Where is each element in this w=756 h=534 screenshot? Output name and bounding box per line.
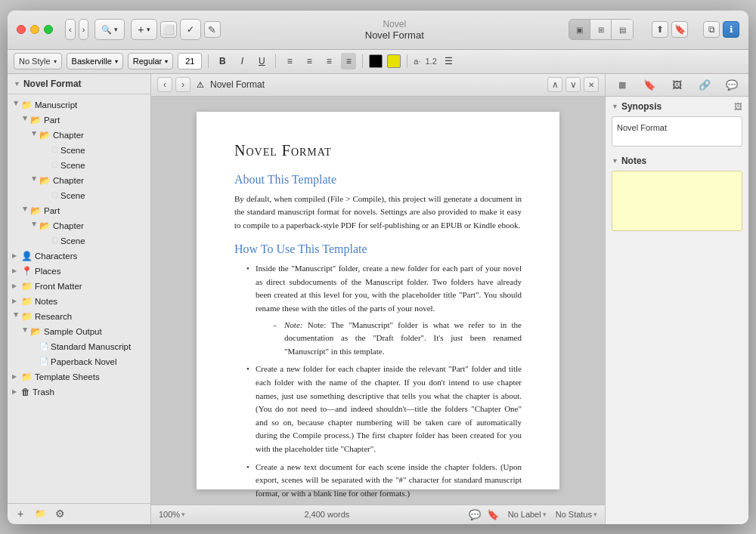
sidebar-item-research[interactable]: ▶ 📁 Research [8,309,150,324]
share-button[interactable]: ⬆ [652,21,668,38]
history-section: 🔍 ▾ [94,19,125,40]
chat-icon[interactable]: 💬 [469,509,481,520]
list-button[interactable]: ☰ [442,53,457,69]
synopsis-header: ▼ Synopsis 🖼 [612,101,742,112]
word-count: 2,400 words [185,510,469,519]
synopsis-box[interactable]: Novel Format [612,116,742,147]
sidebar-item-part2[interactable]: ▶ 📂 Part [8,203,150,218]
sidebar-item-paperbacknovel[interactable]: 📄 Paperback Novel [8,354,150,369]
sidebar-item-frontmatter[interactable]: ▶ 📁 Front Matter [8,279,150,294]
inspector-bookmark-button[interactable]: 🔖 [640,76,658,94]
inspector-list-button[interactable]: ▦ [613,76,631,94]
search-up-button[interactable]: ∧ [547,77,562,92]
sidebar-item-chapter2[interactable]: ▶ 📂 Chapter [8,173,150,188]
add-button[interactable]: + ▾ [131,19,156,40]
editor-doc-title: Novel Format [210,79,265,90]
font-size-box[interactable]: 21 [178,53,202,69]
sidebar-item-standardmanuscript[interactable]: 📄 Standard Manuscript [8,339,150,354]
search-button[interactable]: 🔍 ▾ [94,19,125,40]
sidebar-item-part1[interactable]: ▶ 📂 Part [8,113,150,128]
expand-icon: ▶ [12,252,20,259]
minimize-button[interactable] [30,25,39,34]
sidebar-item-templatesheets[interactable]: ▶ 📁 Template Sheets [8,369,150,384]
sidebar-item-chapter3[interactable]: ▶ 📂 Chapter [8,218,150,233]
sidebar-item-sampleoutput[interactable]: ▶ 📂 Sample Output [8,324,150,339]
info-button[interactable]: ℹ [723,21,739,38]
view-list-button[interactable]: ▤ [612,20,633,39]
underline-button[interactable]: U [254,53,269,69]
page-title: Novel Format [234,142,522,159]
label-select[interactable]: No Label [508,510,541,519]
edit-button[interactable]: ✎ [204,21,221,38]
bold-button[interactable]: B [215,53,230,69]
close-search-button[interactable]: ✕ [584,77,599,92]
view-grid-button[interactable]: ⊞ [590,20,612,39]
sidebar-item-scene1[interactable]: ☐ Scene [8,143,150,158]
sidebar-item-trash[interactable]: ▶ 🗑 Trash [8,384,150,400]
align-center-button[interactable]: ≡ [302,53,317,69]
weight-label: Regular [133,57,163,66]
search-down-button[interactable]: ∨ [565,77,581,92]
italic-button[interactable]: I [234,53,249,69]
weight-select[interactable]: Regular ▾ [128,53,174,69]
highlight-color-swatch[interactable] [387,54,401,68]
align-justify-button[interactable]: ≡ [341,53,356,69]
editor-content[interactable]: Novel Format About This Template By defa… [151,97,605,505]
editor-forward-button[interactable]: › [175,77,191,92]
synopsis-image-icon[interactable]: 🖼 [734,102,742,111]
bookmark-icon[interactable]: 🔖 [487,509,499,520]
editor-toolbar: ‹ › ⚠ Novel Format ∧ ∨ ✕ [151,74,605,97]
view-single-button[interactable]: ▣ [569,20,590,39]
sidebar-item-notes[interactable]: ▶ 📁 Notes [8,294,150,309]
sub-bullet-item-1: Note: Note: The "Manuscript" folder is w… [274,319,522,359]
notes-box[interactable] [612,171,742,231]
separator4 [407,54,407,68]
sidebar-item-manuscript[interactable]: ▶ 📁 Manuscript [8,97,150,113]
align-left-button[interactable]: ≡ [282,53,297,69]
text-color-swatch[interactable] [369,54,383,68]
inspector-photo-button[interactable]: 🖼 [668,76,686,94]
synopsis-title: ▼ Synopsis [612,101,662,112]
maximize-button[interactable] [44,25,53,34]
back-button[interactable]: ‹ [65,19,76,40]
synopsis-section: ▼ Synopsis 🖼 Novel Format [606,97,748,151]
synopsis-text: Novel Format [617,123,667,132]
format-button[interactable]: ✓ [180,19,201,40]
sidebar-item-places[interactable]: ▶ 📍 Places [8,264,150,279]
sidebar-item-chapter1[interactable]: ▶ 📂 Chapter [8,128,150,143]
close-button[interactable] [17,25,26,34]
align-right-button[interactable]: ≡ [321,53,336,69]
sidebar-item-characters[interactable]: ▶ 👤 Characters [8,248,150,264]
section1-title: About This Template [234,173,522,187]
separator2 [275,54,276,68]
sidebar-item-scene4[interactable]: ☐ Scene [8,233,150,248]
expand-icon: ▶ [12,298,20,304]
status-select[interactable]: No Status [556,510,592,519]
inspector-chat-button[interactable]: 💬 [723,76,741,94]
expand-icon: ▶ [22,328,29,335]
sidebar-item-scene2[interactable]: ☐ Scene [8,158,150,173]
add-sidebar-button[interactable]: + [14,507,27,520]
split-button[interactable]: ⧉ [703,21,720,38]
folder-sidebar-button[interactable]: 📁 [33,507,47,520]
section2-title: How To Use This Template [234,242,522,256]
bullet-item-3: Create a new text document for each scen… [246,461,522,501]
nav-section: ‹ › [65,19,88,40]
inspector: ▦ 🔖 🖼 🔗 💬 ▼ Synopsis 🖼 Novel Format [605,74,748,524]
expand-icon: ▶ [31,177,38,184]
style-select[interactable]: No Style ▾ [14,53,62,69]
delete-button[interactable]: ⬜ [160,21,177,38]
bookmark-button[interactable]: 🔖 [671,21,688,38]
font-label: Baskerville [72,57,112,66]
line-spacing-label: 1.2 [425,57,436,66]
inspector-link-button[interactable]: 🔗 [696,76,714,94]
sidebar-item-scene3[interactable]: ☐ Scene [8,188,150,203]
gear-sidebar-button[interactable]: ⚙ [53,507,67,520]
editor-footer: 100% ▾ 2,400 words 💬 🔖 No Label ▾ No Sta… [151,505,605,524]
editor-back-button[interactable]: ‹ [157,77,172,92]
forward-button[interactable]: › [79,19,89,40]
expand-icon: ▶ [12,282,20,289]
bullet-item-1: Inside the "Manuscript" folder, create a… [246,262,522,358]
font-select[interactable]: Baskerville ▾ [67,53,123,69]
notes-section: ▼ Notes [606,151,748,236]
